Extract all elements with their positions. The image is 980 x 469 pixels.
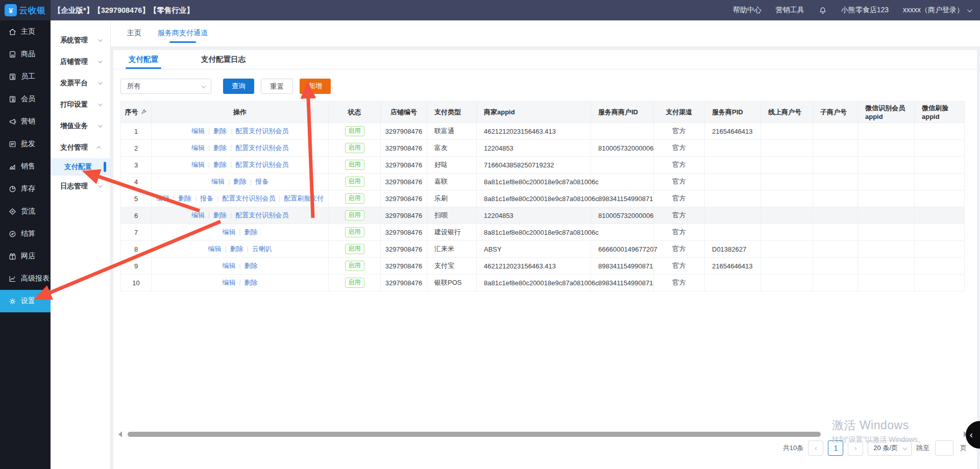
- sidebar-item-marketing[interactable]: 营销: [0, 110, 51, 133]
- sidebar-item-label: 结算: [21, 229, 35, 238]
- submenu-item[interactable]: 支付管理: [51, 137, 110, 158]
- cell-sub_merchant_no: [813, 190, 858, 207]
- action-link[interactable]: 删除: [244, 228, 258, 236]
- action-link[interactable]: 云喇叭: [252, 245, 272, 253]
- action-link[interactable]: 删除: [230, 245, 243, 253]
- add-button[interactable]: 新增: [300, 79, 331, 94]
- action-link[interactable]: 删除: [213, 144, 227, 152]
- action-link[interactable]: 编辑: [191, 127, 205, 135]
- sidebar-item-label: 高级报表: [21, 274, 50, 283]
- cell-store_no: 3297908476: [381, 207, 427, 224]
- pay-type-select[interactable]: 所有: [120, 79, 211, 94]
- cell-channel: 官方: [654, 207, 705, 224]
- submenu-item[interactable]: 系统管理: [51, 30, 110, 51]
- sidebar-item-label: 商品: [21, 50, 35, 59]
- cell-merchant_appid: ABSY: [477, 241, 591, 258]
- action-link[interactable]: 报备: [255, 178, 268, 185]
- next-page-button[interactable]: ›: [848, 440, 863, 456]
- horizontal-scrollbar-thumb[interactable]: [128, 432, 821, 437]
- cell-store_no: 3297908476: [381, 123, 427, 140]
- account-menu[interactable]: xxxxx（商户登录）: [903, 6, 971, 15]
- submenu-item[interactable]: 发票平台: [51, 72, 110, 94]
- sidebar-item-wholesale[interactable]: 批发: [0, 133, 51, 155]
- action-link[interactable]: 删除: [244, 279, 258, 286]
- action-separator: |: [230, 144, 232, 152]
- cell-actions: 编辑|删除|云喇叭: [152, 241, 329, 258]
- submenu-item[interactable]: 增值业务: [51, 115, 110, 137]
- cell-merchant_appid: 8a81c1ef8e80c200018e9c87a081006c: [477, 224, 591, 241]
- cell-wechat_face_appid: [915, 224, 965, 241]
- page-size-select[interactable]: 20 条/页: [868, 440, 912, 456]
- action-link[interactable]: 删除: [213, 211, 227, 219]
- cell-sp_pid: [705, 275, 761, 291]
- cell-store_no: 3297908476: [381, 190, 427, 207]
- action-link[interactable]: 配置支付识别会员: [222, 194, 275, 202]
- query-button[interactable]: 查询: [223, 79, 254, 94]
- action-link[interactable]: 删除: [178, 194, 191, 202]
- sidebar-item-settings[interactable]: 设置: [0, 290, 51, 312]
- action-link[interactable]: 编辑: [211, 178, 225, 185]
- sidebar-item-advanced-report[interactable]: 高级报表: [0, 267, 51, 290]
- action-link[interactable]: 配置支付识别会员: [235, 127, 288, 135]
- action-link[interactable]: 编辑: [191, 211, 205, 219]
- scroll-left-arrow-icon[interactable]: [118, 431, 122, 437]
- jump-page-input[interactable]: [935, 440, 953, 456]
- sidebar-item-staff[interactable]: 员工: [0, 65, 51, 88]
- cell-online_merchant_no: [761, 190, 813, 207]
- cell-merchant_appid: 8a81c1ef8e80c200018e9c87a081006c: [477, 275, 591, 291]
- reset-button[interactable]: 重置: [261, 79, 293, 94]
- sidebar-item-inventory[interactable]: 库存: [0, 178, 51, 200]
- cell-seq: 2: [121, 140, 152, 157]
- sidebar-item-goods[interactable]: 商品: [0, 43, 51, 65]
- submenu-item[interactable]: 店铺管理: [51, 51, 110, 72]
- action-link[interactable]: 删除: [244, 262, 258, 269]
- sidebar-item-logistics[interactable]: 货流: [0, 200, 51, 223]
- sidebar-item-sales[interactable]: 销售: [0, 155, 51, 178]
- submenu-item-label: 发票平台: [60, 79, 88, 88]
- action-link[interactable]: 编辑: [222, 279, 235, 286]
- cell-status: 启用: [329, 275, 381, 291]
- action-link[interactable]: 编辑: [191, 161, 205, 168]
- table-row: 9编辑|删除启用3297908476支付宝4621212023156463.41…: [121, 258, 965, 275]
- action-link[interactable]: 编辑: [208, 245, 221, 253]
- column-settings-wrench-icon[interactable]: [141, 109, 148, 115]
- action-link[interactable]: 配置支付识别会员: [235, 161, 288, 168]
- cell-sp_merchant_id: 6666000149677207: [591, 241, 654, 258]
- sidebar-item-member[interactable]: 会员: [0, 88, 51, 110]
- page-tab[interactable]: 主页: [127, 29, 141, 44]
- help-center-link[interactable]: 帮助中心: [733, 6, 762, 15]
- store-name[interactable]: 小熊零食店123: [841, 6, 889, 15]
- action-link[interactable]: 编辑: [191, 144, 205, 152]
- action-link[interactable]: 配置刷脸支付: [284, 194, 324, 202]
- sub-tab[interactable]: 支付配置日志: [201, 55, 246, 69]
- cell-channel: 官方: [654, 174, 705, 190]
- cell-sp_merchant_id: [591, 174, 654, 190]
- submenu-item[interactable]: 支付配置: [51, 158, 110, 176]
- cell-wechat_member_appid: [858, 157, 915, 174]
- marketing-tools-link[interactable]: 营销工具: [776, 6, 804, 15]
- cell-wechat_member_appid: [858, 174, 915, 190]
- action-link[interactable]: 配置支付识别会员: [235, 144, 288, 152]
- action-link[interactable]: 删除: [233, 178, 247, 185]
- page-tab[interactable]: 服务商支付通道: [158, 29, 208, 44]
- notification-bell-icon[interactable]: [819, 6, 827, 15]
- logo-text: 云收银: [19, 5, 46, 16]
- submenu-item[interactable]: 打印设置: [51, 94, 110, 115]
- page-number-button[interactable]: 1: [828, 440, 843, 456]
- submenu-item[interactable]: 日志管理: [51, 176, 110, 197]
- action-link[interactable]: 配置支付识别会员: [235, 211, 288, 219]
- sidebar-item-settlement[interactable]: 结算: [0, 223, 51, 245]
- prev-page-button[interactable]: ‹: [808, 440, 823, 456]
- sidebar-item-online-shop[interactable]: 网店: [0, 245, 51, 267]
- cell-status: 启用: [329, 140, 381, 157]
- action-link[interactable]: 编辑: [222, 262, 235, 269]
- sub-tab[interactable]: 支付配置: [129, 55, 158, 69]
- action-link[interactable]: 编辑: [222, 228, 235, 236]
- action-link[interactable]: 删除: [213, 127, 227, 135]
- action-link[interactable]: 编辑: [156, 194, 169, 202]
- cell-actions: 编辑|删除|配置支付识别会员: [152, 140, 329, 157]
- action-link[interactable]: 报备: [200, 194, 213, 202]
- action-link[interactable]: 删除: [213, 161, 227, 168]
- sidebar-item-home[interactable]: 主页: [0, 20, 51, 43]
- cell-channel: 官方: [654, 241, 705, 258]
